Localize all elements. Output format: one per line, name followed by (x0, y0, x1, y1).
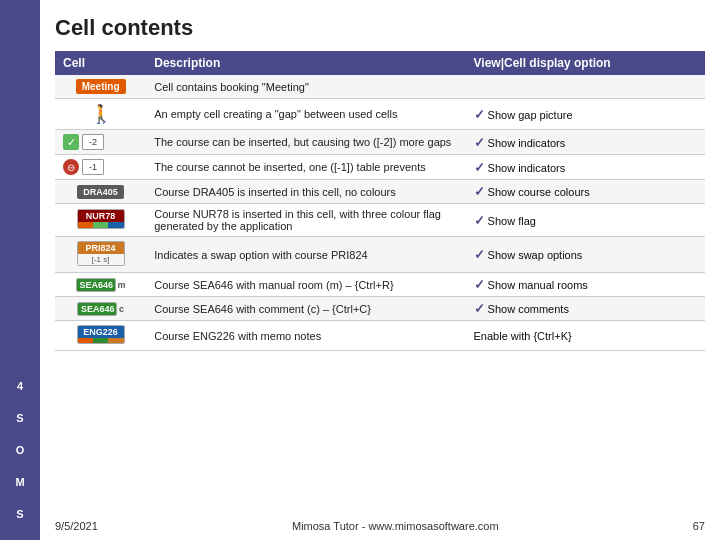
view-sea646c: ✓ Show comments (466, 297, 705, 321)
desc-minus1: The course cannot be inserted, one ([-1]… (146, 155, 465, 180)
table-row: Meeting Cell contains booking "Meeting" (55, 75, 705, 99)
cell-minus1: ⊖ -1 (55, 155, 146, 180)
cell-contents-table: Cell Description View|Cell display optio… (55, 51, 705, 351)
view-gap: ✓ Show gap picture (466, 99, 705, 130)
cell-sea646c: SEA646 c (55, 297, 146, 321)
desc-minus2: The course can be inserted, but causing … (146, 130, 465, 155)
table-row: PRI824 [-1 s] Indicates a swap option wi… (55, 237, 705, 273)
view-pri824: ✓ Show swap options (466, 237, 705, 273)
desc-eng226: Course ENG226 with memo notes (146, 321, 465, 351)
desc-nur78: Course NUR78 is inserted in this cell, w… (146, 204, 465, 237)
table-row: 🚶 An empty cell creating a "gap" between… (55, 99, 705, 130)
cell-dra405: DRA405 (55, 180, 146, 204)
view-minus2: ✓ Show indicators (466, 130, 705, 155)
sidebar-icon-o: O (6, 436, 34, 464)
sidebar-icon-s: S (6, 404, 34, 432)
cell-eng226: ENG226 (55, 321, 146, 351)
cell-gap: 🚶 (55, 99, 146, 130)
table-row: ENG226 Course ENG226 with memo notes Ena… (55, 321, 705, 351)
sidebar-icon-m: M (6, 468, 34, 496)
desc-gap: An empty cell creating a "gap" between u… (146, 99, 465, 130)
col-header-cell: Cell (55, 51, 146, 75)
cell-nur78: NUR78 (55, 204, 146, 237)
footer-page-number: 67 (693, 520, 705, 532)
view-sea646m: ✓ Show manual rooms (466, 273, 705, 297)
table-row: ✓ -2 The course can be inserted, but cau… (55, 130, 705, 155)
left-sidebar: 4 S O M S (0, 0, 40, 540)
cell-sea646m: SEA646 m (55, 273, 146, 297)
table-header-row: Cell Description View|Cell display optio… (55, 51, 705, 75)
desc-sea646m: Course SEA646 with manual room (m) – {Ct… (146, 273, 465, 297)
view-nur78: ✓ Show flag (466, 204, 705, 237)
table-row: DRA405 Course DRA405 is inserted in this… (55, 180, 705, 204)
footer-center: Mimosa Tutor - www.mimosasoftware.com (292, 520, 499, 532)
desc-pri824: Indicates a swap option with course PRI8… (146, 237, 465, 273)
main-content: Cell contents Cell Description View|Cell… (40, 0, 720, 540)
cell-pri824: PRI824 [-1 s] (55, 237, 146, 273)
view-minus1: ✓ Show indicators (466, 155, 705, 180)
table-row: ⊖ -1 The course cannot be inserted, one … (55, 155, 705, 180)
desc-dra405: Course DRA405 is inserted in this cell, … (146, 180, 465, 204)
footer: 9/5/2021 Mimosa Tutor - www.mimosasoftwa… (40, 520, 720, 532)
view-meeting (466, 75, 705, 99)
table-row: NUR78 Course NUR78 is inserted in this c… (55, 204, 705, 237)
page-title: Cell contents (55, 15, 705, 41)
view-eng226: Enable with {Ctrl+K} (466, 321, 705, 351)
desc-sea646c: Course SEA646 with comment (c) – {Ctrl+C… (146, 297, 465, 321)
desc-meeting: Cell contains booking "Meeting" (146, 75, 465, 99)
col-header-description: Description (146, 51, 465, 75)
sidebar-icon-4: 4 (6, 372, 34, 400)
cell-meeting: Meeting (55, 75, 146, 99)
table-row: SEA646 m Course SEA646 with manual room … (55, 273, 705, 297)
cell-minus2: ✓ -2 (55, 130, 146, 155)
footer-date: 9/5/2021 (55, 520, 98, 532)
table-row: SEA646 c Course SEA646 with comment (c) … (55, 297, 705, 321)
col-header-view: View|Cell display option (466, 51, 705, 75)
view-dra405: ✓ Show course colours (466, 180, 705, 204)
sidebar-icon-s2: S (6, 500, 34, 528)
